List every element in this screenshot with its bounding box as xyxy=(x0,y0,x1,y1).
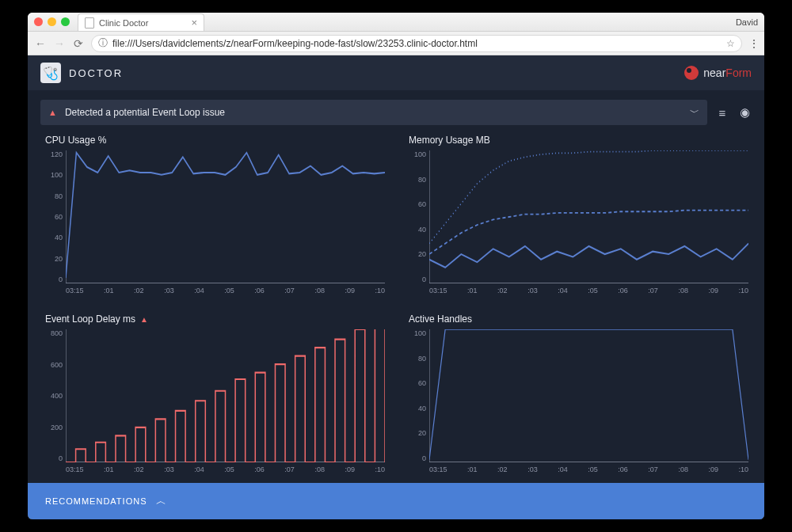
chart-title: Memory Usage MB xyxy=(409,135,748,146)
list-view-icon[interactable]: ≡ xyxy=(715,106,729,120)
minimize-window-icon[interactable] xyxy=(48,17,56,26)
forward-icon[interactable]: → xyxy=(53,37,66,50)
profile-name[interactable]: David xyxy=(736,17,758,27)
app-title: DOCTOR xyxy=(69,67,123,79)
alert-row: ▲ Detected a potential Event Loop issue … xyxy=(40,100,752,125)
url-text: file:///Users/davidclements/z/nearForm/k… xyxy=(112,38,478,49)
clinic-doctor-app: 🩺 DOCTOR nearForm ▲ Detected a potential… xyxy=(28,55,764,519)
chart-title: Event Loop Delay ms ▲ xyxy=(45,314,385,325)
active-handles-chart: Active Handles 100806040200 03:15:01:02:… xyxy=(407,312,748,477)
close-tab-icon[interactable]: × xyxy=(191,17,197,28)
toolbar: ← → ⟳ ⓘ file:///Users/davidclements/z/ne… xyxy=(28,32,764,55)
memory-usage-chart: Memory Usage MB 100806040200 03:15:01:02… xyxy=(407,133,748,298)
footer-label: RECOMMENDATIONS xyxy=(45,496,147,506)
plot: 100806040200 03:15:01:02:03:04:05:06:07:… xyxy=(407,329,748,477)
address-bar[interactable]: ⓘ file:///Users/davidclements/z/nearForm… xyxy=(91,35,742,52)
warning-icon: ▲ xyxy=(48,108,57,117)
doctor-logo-icon: 🩺 xyxy=(40,63,61,83)
chevron-down-icon[interactable]: ﹀ xyxy=(690,106,699,120)
page-icon xyxy=(85,17,94,28)
chart-title: Active Handles xyxy=(409,314,748,325)
window-controls xyxy=(34,17,70,26)
brand[interactable]: nearForm xyxy=(684,66,752,80)
titlebar: Clinic Doctor × David xyxy=(28,13,764,32)
recommendations-panel[interactable]: RECOMMENDATIONS ︿ xyxy=(28,483,764,519)
tab-title: Clinic Doctor xyxy=(99,18,148,28)
back-icon[interactable]: ← xyxy=(34,37,47,50)
reload-icon[interactable]: ⟳ xyxy=(72,37,85,50)
info-icon[interactable]: ⓘ xyxy=(98,36,108,50)
brand-text: nearForm xyxy=(703,66,752,80)
warning-icon: ▲ xyxy=(140,315,148,324)
app-header: 🩺 DOCTOR nearForm xyxy=(28,55,764,90)
plot: 100806040200 03:15:01:02:03:04:05:06:07:… xyxy=(407,150,748,298)
browser-tab[interactable]: Clinic Doctor × xyxy=(78,13,204,31)
event-loop-delay-chart: Event Loop Delay ms ▲ 8006004002000 03:1… xyxy=(44,312,385,477)
zoom-window-icon[interactable] xyxy=(61,17,70,26)
visibility-icon[interactable]: ◉ xyxy=(737,105,752,120)
plot: 8006004002000 03:15:01:02:03:04:05:06:07… xyxy=(44,329,385,477)
charts-grid: CPU Usage % 120100806040200 03:15:01:02:… xyxy=(28,128,764,483)
browser-menu-icon[interactable]: ⋮ xyxy=(748,37,758,50)
bookmark-icon[interactable]: ☆ xyxy=(726,38,735,49)
plot: 120100806040200 03:15:01:02:03:04:05:06:… xyxy=(44,150,385,298)
close-window-icon[interactable] xyxy=(34,17,43,26)
alert-bar[interactable]: ▲ Detected a potential Event Loop issue … xyxy=(40,100,707,125)
chart-title: CPU Usage % xyxy=(45,135,385,146)
chevron-up-icon: ︿ xyxy=(156,494,167,508)
nearform-logo-icon xyxy=(684,66,699,80)
cpu-usage-chart: CPU Usage % 120100806040200 03:15:01:02:… xyxy=(44,133,385,298)
alert-text: Detected a potential Event Loop issue xyxy=(65,107,225,118)
browser-window: Clinic Doctor × David ← → ⟳ ⓘ file:///Us… xyxy=(28,13,764,519)
